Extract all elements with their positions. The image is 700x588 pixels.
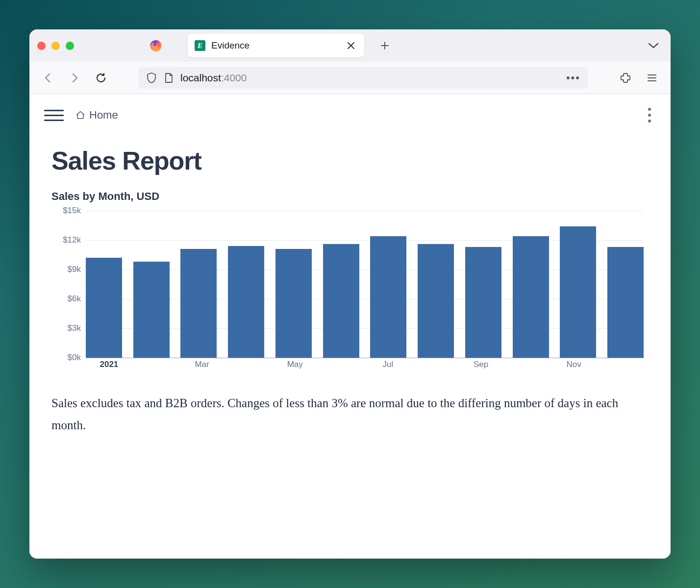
url-bar[interactable]: localhost:4000 •••: [138, 67, 588, 89]
minimize-window-button[interactable]: [51, 42, 60, 50]
x-axis-label: May: [272, 360, 318, 372]
reload-button[interactable]: [92, 69, 110, 87]
tab-title: Evidence: [211, 40, 339, 51]
bar-aug: [418, 244, 454, 358]
bar-mar: [180, 249, 217, 358]
x-axis-label: [411, 360, 458, 372]
chart-title: Sales by Month, USD: [51, 190, 649, 203]
tab-list-button[interactable]: [644, 38, 663, 53]
y-axis-label: $6k: [51, 294, 81, 304]
browser-tab[interactable]: E Evidence: [188, 34, 364, 57]
y-axis-label: $15k: [51, 206, 81, 216]
firefox-icon: [149, 39, 162, 52]
app-menu-button[interactable]: [643, 69, 661, 87]
breadcrumb-home: Home: [89, 109, 118, 122]
page-title: Sales Report: [51, 146, 649, 175]
bar-jul: [370, 236, 406, 358]
gridline: [86, 358, 644, 358]
shield-icon[interactable]: [146, 72, 157, 84]
bar-nov: [560, 226, 596, 358]
x-axis-label: Sep: [458, 360, 504, 372]
report-note: Sales excludes tax and B2B orders. Chang…: [51, 392, 649, 436]
url-host: localhost: [180, 72, 221, 83]
hamburger-menu-button[interactable]: [44, 106, 64, 124]
page-actions-button[interactable]: •••: [566, 72, 580, 84]
bar-may: [275, 249, 312, 358]
bar-apr: [228, 246, 264, 358]
close-window-button[interactable]: [37, 42, 46, 50]
bar-jun: [323, 244, 359, 358]
bar-feb: [133, 262, 170, 358]
breadcrumb[interactable]: Home: [75, 109, 118, 122]
browser-window: E Evidence: [29, 29, 671, 559]
report-body: Sales Report Sales by Month, USD $0k$3k$…: [29, 136, 671, 456]
browser-toolbar: localhost:4000 •••: [29, 62, 671, 94]
window-controls: [37, 42, 74, 50]
bar-sep: [465, 247, 501, 358]
x-axis-label: [132, 360, 179, 372]
x-axis-label: [504, 360, 550, 372]
url-text: localhost:4000: [180, 72, 247, 84]
page-options-button[interactable]: [643, 103, 656, 127]
x-axis-label: Mar: [179, 360, 225, 372]
x-axis-label: [597, 360, 644, 372]
bar-oct: [513, 236, 549, 358]
tab-close-button[interactable]: [345, 39, 357, 52]
sales-bar-chart: $0k$3k$6k$9k$12k$15k 2021MarMayJulSepNov: [51, 211, 649, 372]
home-icon: [75, 110, 85, 120]
y-axis-label: $0k: [51, 353, 81, 363]
y-axis-label: $3k: [51, 323, 81, 333]
forward-button[interactable]: [66, 69, 83, 87]
tab-favicon-icon: E: [195, 40, 205, 51]
new-tab-button[interactable]: [370, 41, 400, 50]
y-axis-label: $9k: [51, 265, 81, 274]
x-axis-label: 2021: [86, 360, 132, 372]
page-info-icon[interactable]: [164, 72, 174, 84]
extensions-button[interactable]: [617, 69, 634, 87]
x-axis-label: [318, 360, 365, 372]
back-button[interactable]: [39, 69, 57, 87]
maximize-window-button[interactable]: [66, 42, 74, 50]
url-port: :4000: [221, 72, 247, 83]
x-axis-label: [225, 360, 272, 372]
x-axis-label: Nov: [550, 360, 597, 372]
tab-bar: E Evidence: [29, 29, 671, 62]
page-content: Home Sales Report Sales by Month, USD $0…: [29, 94, 671, 559]
y-axis-label: $12k: [51, 235, 81, 245]
x-axis-label: Jul: [365, 360, 411, 372]
bar-dec: [607, 247, 644, 358]
app-header: Home: [29, 94, 671, 136]
bar-jan: [86, 258, 122, 358]
